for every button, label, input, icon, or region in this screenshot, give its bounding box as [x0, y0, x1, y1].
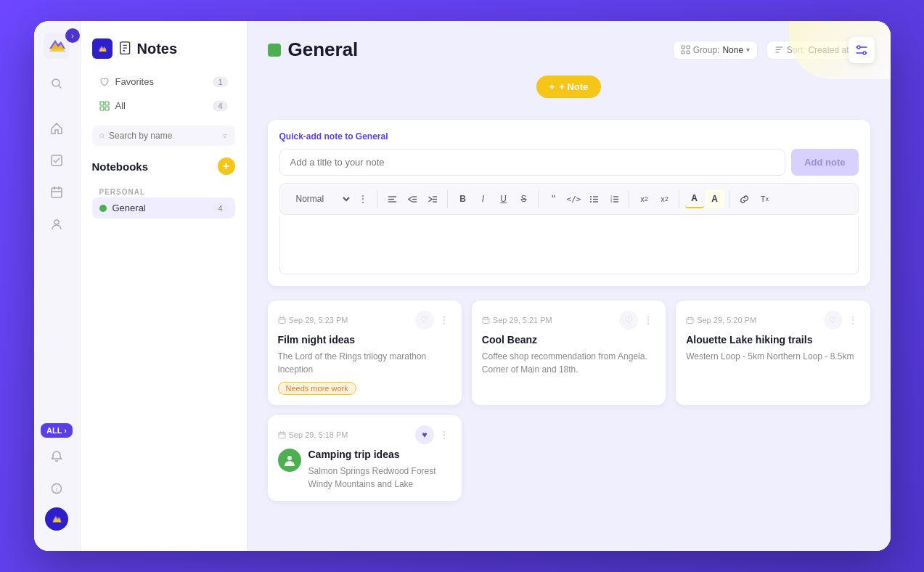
add-notebook-button[interactable]: +	[218, 158, 235, 175]
link-btn[interactable]	[735, 189, 754, 208]
align-group	[383, 189, 448, 208]
svg-rect-4	[52, 188, 62, 197]
nav-tasks[interactable]	[42, 146, 71, 175]
link-group: Tx	[735, 189, 779, 208]
svg-line-37	[409, 197, 412, 199]
svg-rect-59	[279, 317, 285, 323]
search-input[interactable]	[109, 131, 218, 141]
notifications-button[interactable]	[44, 444, 70, 470]
bold-btn[interactable]: B	[454, 189, 473, 208]
sidebar-app-icon	[92, 38, 113, 59]
add-note-confirm-button[interactable]: Add note	[791, 149, 858, 176]
blockquote-btn[interactable]: "	[544, 189, 563, 208]
main-content: General Group: None ▾	[248, 21, 891, 551]
calendar-small-icon	[278, 316, 286, 324]
like-note-4-btn[interactable]: ♥	[415, 425, 434, 444]
subscript-btn[interactable]: x2	[635, 189, 654, 208]
indent-out-btn[interactable]	[404, 189, 422, 208]
people-icon	[50, 218, 63, 231]
user-avatar[interactable]	[45, 507, 68, 531]
avatar-person-icon	[282, 453, 297, 467]
sidebar-bottom: i	[44, 444, 70, 539]
style-group: Normal Heading 1 Heading 2 ⋮	[289, 189, 377, 208]
superscript-btn[interactable]: x2	[655, 189, 674, 208]
like-note-3-btn[interactable]: ♡	[824, 311, 843, 330]
search-row[interactable]	[92, 126, 235, 146]
info-button[interactable]: i	[44, 475, 70, 502]
nav-icons	[42, 114, 71, 409]
note-title-input[interactable]	[279, 149, 786, 176]
search-small-icon	[99, 131, 105, 141]
main-header: General Group: None ▾	[268, 38, 870, 61]
editor-area[interactable]	[279, 216, 859, 274]
note-card-1[interactable]: Sep 29, 5:23 PM ♡ ⋮ Film night ideas The…	[268, 301, 462, 405]
indent-in-btn[interactable]	[424, 189, 443, 208]
indent-in-icon	[428, 195, 438, 204]
sidebar-favorites[interactable]: Favorites 1	[92, 70, 235, 93]
note-card-4[interactable]: Sep 29, 5:18 PM ♥ ⋮ Camp	[268, 415, 462, 501]
like-note-2-btn[interactable]: ♡	[619, 311, 638, 330]
svg-rect-30	[687, 51, 690, 54]
quick-add-notebook: General	[356, 131, 388, 142]
italic-btn[interactable]: I	[474, 189, 493, 208]
strikethrough-btn[interactable]: S	[515, 189, 533, 208]
notebook-color-indicator	[268, 44, 281, 57]
note-body-3: Western Loop - 5km Northern Loop - 8.5km	[686, 350, 859, 363]
decoration	[789, 21, 891, 79]
ordered-list-btn[interactable]: 1. 2. 3.	[605, 189, 624, 208]
sort-icon	[774, 45, 784, 54]
notes-grid: Sep 29, 5:23 PM ♡ ⋮ Film night ideas The…	[268, 301, 870, 501]
text-color-btn[interactable]: A	[685, 189, 704, 208]
notebook-general[interactable]: General 4	[92, 197, 235, 218]
note-date-3: Sep 29, 5:20 PM	[686, 316, 756, 324]
svg-point-47	[590, 196, 592, 197]
group-control[interactable]: Group: None ▾	[673, 41, 758, 60]
logo-area: ›	[44, 33, 70, 59]
filter-button[interactable]	[849, 37, 875, 63]
note-body-2: Coffee shop recommendation from Angela. …	[482, 350, 655, 376]
nav-home[interactable]	[42, 114, 71, 143]
main-title: General	[288, 38, 359, 61]
all-tab-button[interactable]: ALL ›	[41, 423, 73, 438]
search-button[interactable]	[44, 70, 70, 97]
sidebar-section-main: Favorites 1 All 4	[92, 70, 235, 117]
note-card-3[interactable]: Sep 29, 5:20 PM ♡ ⋮ Alouette Lake hiking…	[676, 301, 870, 405]
svg-rect-18	[105, 107, 109, 110]
svg-text:i: i	[56, 486, 57, 493]
svg-point-49	[590, 198, 592, 200]
note-date-4: Sep 29, 5:18 PM	[278, 430, 348, 439]
underline-btn[interactable]: U	[494, 189, 513, 208]
code-btn[interactable]: </>	[565, 189, 584, 208]
svg-rect-67	[687, 317, 693, 323]
note-card-2[interactable]: Sep 29, 5:21 PM ♡ ⋮ Cool Beanz Coffee sh…	[472, 301, 666, 405]
format-group: B I U S	[454, 189, 539, 208]
more-note-4-btn[interactable]: ⋮	[437, 428, 451, 442]
tasks-icon	[50, 154, 63, 167]
style-dropdown-btn[interactable]: ⋮	[353, 189, 372, 208]
svg-point-75	[287, 456, 292, 460]
grid-icon	[99, 101, 110, 111]
svg-rect-28	[682, 51, 684, 54]
add-note-button[interactable]: + + Note	[536, 75, 602, 98]
svg-point-8	[54, 220, 59, 224]
list-btn[interactable]	[585, 189, 604, 208]
highlight-btn[interactable]: A	[706, 189, 724, 208]
nav-calendar[interactable]	[42, 178, 71, 207]
more-note-2-btn[interactable]: ⋮	[641, 313, 655, 327]
like-note-1-btn[interactable]: ♡	[415, 311, 434, 330]
text-style-select[interactable]: Normal Heading 1 Heading 2	[289, 192, 352, 206]
sidebar-narrow: ›	[34, 21, 81, 551]
note-date-2: Sep 29, 5:21 PM	[482, 316, 552, 324]
link-icon	[740, 195, 749, 204]
calendar-small-icon-4	[278, 431, 286, 439]
sidebar-all[interactable]: All 4	[92, 94, 235, 117]
align-left-btn[interactable]	[383, 189, 402, 208]
more-note-1-btn[interactable]: ⋮	[437, 313, 451, 327]
sidebar-app-title: Notes	[137, 41, 178, 57]
filter-list-icon	[855, 44, 868, 57]
clear-format-btn[interactable]: Tx	[756, 189, 774, 208]
calendar-small-icon-3	[686, 316, 694, 324]
expand-sidebar-button[interactable]: ›	[65, 28, 80, 43]
more-note-3-btn[interactable]: ⋮	[846, 313, 860, 327]
nav-people[interactable]	[42, 210, 71, 239]
